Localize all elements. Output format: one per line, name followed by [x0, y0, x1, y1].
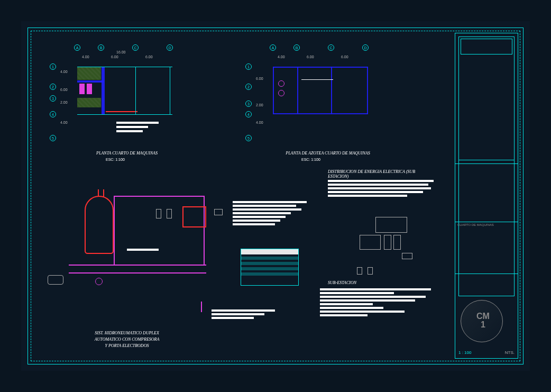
note-line [328, 180, 434, 182]
notes-block-1 [233, 201, 312, 227]
hatched-area [77, 98, 101, 107]
dim: 16.00 [116, 50, 126, 54]
dim: 4.00 [82, 55, 89, 59]
note-line [320, 299, 415, 302]
wall [273, 113, 368, 114]
panel-box [360, 235, 381, 250]
note-line [328, 187, 431, 189]
note-line [328, 195, 407, 197]
wall [77, 80, 104, 83]
note-line [328, 184, 428, 186]
grid-row-3: 3 [245, 101, 252, 107]
titleblock: CUARTO DE MAQUINAS CM1 1 : 100 NTS. [455, 33, 518, 359]
dim: 6.00 [307, 55, 314, 59]
ground-symbol [201, 302, 202, 312]
gridline [77, 67, 172, 67]
tank [85, 196, 114, 254]
circle-symbol [278, 90, 284, 96]
gridline [170, 67, 170, 114]
system-title-3: Y PORTA ELECTRODOS [74, 343, 180, 348]
gridline [77, 114, 172, 115]
pipe [114, 196, 204, 197]
dim: 6.00 [341, 55, 348, 59]
note-line [233, 205, 296, 207]
panel-box [393, 235, 401, 250]
note-line [127, 249, 159, 251]
pump [48, 275, 63, 285]
grid-row-4: 4 [50, 111, 56, 117]
pipe [69, 272, 206, 274]
wall [331, 67, 332, 114]
note-line [320, 307, 383, 309]
dim: 4.00 [60, 121, 68, 124]
note-line [320, 288, 431, 290]
transformer [402, 253, 412, 259]
pipe [69, 265, 206, 266]
grid-col-C: C [132, 44, 139, 51]
grid-row-1: 1 [50, 63, 56, 70]
plan-1: A B C D 1 2 3 4 5 4.00 6.00 6.00 16.00 4… [53, 48, 180, 143]
hydro-system [48, 180, 238, 328]
system-title-2: AUTOMATICO CON COMPRESORA [74, 337, 180, 342]
pipe [103, 189, 104, 197]
grid-col-D: D [362, 44, 369, 51]
wall [273, 67, 274, 114]
pipe [114, 196, 115, 265]
wall [297, 67, 298, 114]
grid-col-B: B [98, 44, 104, 51]
wall [367, 67, 368, 114]
panel-box [375, 217, 407, 233]
grid-col-B: B [293, 44, 300, 51]
system-title-1: SIST. HIDRONEUMATICO DUPLEX [74, 331, 180, 335]
notes-block-2 [212, 309, 280, 321]
dim: 4.00 [278, 55, 285, 59]
plan2-scale: ESC: 1:100 [301, 158, 320, 161]
equipment-box [182, 206, 206, 227]
note-line [320, 292, 394, 294]
note-line [116, 130, 143, 132]
grid-row-5: 5 [245, 135, 252, 141]
wall [273, 67, 368, 68]
dim: 6.00 [256, 77, 263, 80]
dim: 2.00 [60, 101, 68, 104]
note-line [320, 314, 368, 316]
note-line [116, 126, 148, 128]
note-line [233, 208, 301, 211]
distribution-title: DISTRIBUCION DE ENERGIA ELECTRICA (SUB E… [328, 169, 434, 179]
plan1-title: PLANTA CUARTO DE MAQUINAS [79, 151, 175, 156]
plan-2: A B C D 1 2 3 4 5 4.00 6.00 6.00 6.00 2.… [249, 48, 375, 143]
tb-panel-number: CM1 1 : 100 NTS. [455, 274, 518, 358]
tb-nts: NTS. [505, 350, 515, 355]
dim: 6.00 [111, 55, 118, 59]
cad-canvas[interactable]: A B C D 1 2 3 4 5 4.00 6.00 6.00 16.00 4… [21, 21, 530, 371]
electrical-panel [349, 217, 412, 259]
switch-symbol [357, 267, 362, 275]
dim: 4.00 [60, 70, 68, 74]
grid-row-4: 4 [245, 111, 252, 117]
gridline [135, 67, 136, 114]
note-line [233, 216, 286, 218]
tb-panel-info [455, 163, 518, 222]
dim: 2.00 [256, 103, 263, 107]
grid-row-3: 3 [50, 95, 56, 102]
note-line [212, 309, 275, 312]
pipe [98, 189, 99, 197]
grid-row-2: 2 [245, 84, 252, 90]
note-line [320, 296, 426, 298]
grid-col-A: A [74, 44, 80, 51]
equipment [87, 84, 92, 94]
sheet-code-text: CM1 [476, 312, 490, 329]
grid-row-5: 5 [50, 135, 56, 141]
gridline [301, 79, 333, 80]
pipe [106, 111, 137, 112]
sheet-code: CM1 [476, 312, 490, 329]
tb-panel-sheet-name: CUARTO DE MAQUINAS [455, 222, 518, 274]
plan2-title: PLANTA DE AZOTEA CUARTO DE MAQUINAS [270, 151, 386, 156]
note-line [233, 220, 280, 222]
circle-symbol [278, 80, 284, 87]
note-line [116, 122, 159, 124]
schedule-table [241, 249, 299, 286]
note-line [212, 317, 254, 319]
switch-symbol [368, 267, 373, 275]
grid-col-A: A [270, 44, 276, 51]
